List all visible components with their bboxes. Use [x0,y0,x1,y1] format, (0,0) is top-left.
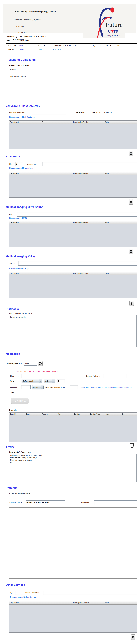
advice-textarea[interactable]: Antacid syrup- (gaviscon) 10 ml tds for … [9,454,136,482]
uss-input[interactable] [17,212,137,216]
xray-table-header: Department ID Investigation/Service Stat… [9,272,137,275]
chevron-down-icon [52,379,55,383]
special-notes-input[interactable] [103,374,127,378]
drug-list-table: Drug ID Drug Fequency Way Duration Durat… [9,412,137,442]
other-services-qty-input[interactable] [15,590,23,595]
recommended-procedures-link[interactable]: Recommended Procedures [9,167,34,169]
trash-icon [132,635,134,639]
column-header[interactable]: Drug ID [9,412,25,416]
referring-doctor-input[interactable] [26,500,66,505]
column-header[interactable]: Department [9,601,41,604]
column-header[interactable]: Department [9,272,41,275]
other-services-table-body[interactable] [9,604,137,632]
column-header[interactable]: Status [104,172,137,175]
diagnosis-textarea[interactable]: Impress acute gastritis [9,315,136,347]
age-value: 24 [100,45,102,47]
column-header[interactable]: Fequency [41,412,57,416]
drug-input[interactable] [21,374,82,378]
per-meal-input[interactable] [70,385,78,389]
section-ultra-sound: Medical Imaging Ultra Sound [6,206,43,209]
column-header[interactable]: Duration [73,412,89,416]
total-label: Total : [10,392,18,394]
duration-input[interactable] [21,385,31,389]
xray-label: X-Rays : [9,262,16,264]
column-header[interactable]: Qty [121,412,137,416]
lab-investigation-input[interactable] [32,110,66,115]
other-services-input[interactable] [43,590,137,595]
column-header[interactable]: Way [57,412,73,416]
column-header[interactable]: Department [9,120,41,124]
section-laboratory-investigations: Laboratory Investigations [6,104,40,107]
procedures-qty-input[interactable] [15,162,23,166]
lab-delete-button[interactable] [129,150,133,156]
column-header[interactable]: ID [41,272,72,275]
column-header[interactable]: Duration Type [89,412,105,416]
section-diagnosis: Diagnosis [6,308,19,311]
xray-table-body[interactable] [9,275,137,298]
duration-unit-select[interactable]: Day/s [32,385,44,389]
uss-table-body[interactable] [9,224,137,247]
consultant-input[interactable] [94,500,137,505]
column-header[interactable]: Investigation / Service [72,601,104,604]
address-line: T: +24 82 593 593 [13,25,41,28]
prescription-id-input[interactable] [24,362,37,366]
xray-delete-button[interactable] [130,301,134,306]
advice-delete-button[interactable] [130,442,135,448]
lab-table-body[interactable] [9,124,137,149]
column-header[interactable]: Department [9,221,41,224]
recommended-uss-link[interactable]: Recommended USS [9,217,27,219]
xray-input[interactable] [18,261,137,266]
column-header[interactable]: Investigation/Service [72,172,104,175]
add-drug-button[interactable]: Add Drug [11,398,29,404]
column-header[interactable]: Investigation/Service [72,272,104,275]
recommended-xrays-link[interactable]: Recommended X-Rays [9,268,30,270]
column-header[interactable]: Status [104,272,137,275]
recommended-other-services-link[interactable]: Recommended Other Services [10,596,37,598]
other-services-table-header: Department ID Investigation / Service St… [9,601,137,604]
other-services-qty-label: Qty : [9,592,13,594]
consult-date-value: : 2024-10-04 [19,40,29,42]
recommended-lab-testings-link[interactable]: Recommended Lab Testings [9,116,34,118]
visit-id-value: 16063 [20,49,24,50]
column-header[interactable]: Drug [25,412,41,416]
address-line: T: +24 84 225 252 [13,32,41,34]
column-header[interactable]: ID [41,601,72,604]
procedures-table-body[interactable] [9,175,137,198]
column-header[interactable]: Department [9,172,41,175]
uss-table: Department ID Investigation/Service Stat… [9,221,137,247]
column-header[interactable]: Investigation/Service [72,120,104,124]
frequency-select[interactable]: OD [44,379,55,383]
uss-label: USS : [9,213,14,216]
procedures-input[interactable] [42,162,137,166]
procedures-delete-button[interactable] [129,199,133,204]
column-header[interactable]: Note [105,412,121,416]
logo-word-care: C♥re [108,28,118,34]
consulted-by-value: : Dr. HANECKY FUENTE REYES [19,36,46,38]
way-label: Way : [10,380,18,382]
logo-word-future: Future [106,21,123,28]
frequency-qty-input[interactable] [57,379,65,383]
column-header[interactable]: ID [41,172,72,175]
complaints-label: Enter Complaints Here [9,64,30,67]
plus-circle-icon [14,400,16,402]
frequency-selected-value: OD [45,380,48,382]
column-header[interactable]: Status [104,601,137,604]
column-header[interactable]: ID [41,120,72,124]
drug-list-label: Drug List [9,409,17,411]
patient-name-label: Patient Name : [38,45,50,47]
other-services-delete-button[interactable] [131,634,135,640]
way-select[interactable]: Before Meal [22,379,42,383]
refresh-prescription-button[interactable] [38,361,42,366]
column-header[interactable]: Investigation/Service [72,221,104,224]
referral-listbox[interactable] [9,508,137,578]
drug-table-body[interactable] [9,416,137,442]
column-header[interactable]: Status [104,120,137,124]
patient-name-value: LIAM LUC DEVON JEAN LOUIS [52,45,77,47]
column-header[interactable]: Status [104,221,137,224]
trash-icon [130,152,132,155]
complaints-textarea[interactable]: Review Abdomen US- Normal [9,68,137,95]
drug-label: Drug : [10,375,18,377]
column-header[interactable]: ID [41,221,72,224]
uss-delete-button[interactable] [129,249,133,254]
section-xray: Medical Imaging X-Ray [6,255,36,258]
